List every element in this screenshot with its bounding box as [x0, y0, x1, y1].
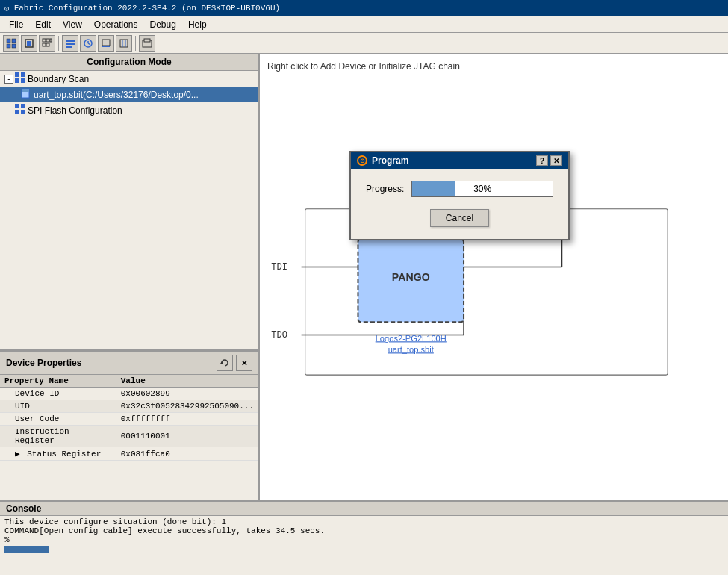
- svg-rect-7: [46, 39, 49, 42]
- svg-rect-32: [15, 110, 19, 114]
- title-text: Fabric Configuration 2022.2-SP4.2 (on DE…: [14, 4, 280, 13]
- tree-item-uart[interactable]: uart_top.sbit(C:/Users/32176/Desktop/0..…: [0, 87, 258, 102]
- props-table: Property Name Value Device ID 0x00602899…: [0, 375, 258, 461]
- svg-rect-5: [27, 41, 31, 46]
- dialog-title-buttons: ? ✕: [536, 155, 562, 166]
- menu-file[interactable]: File: [3, 18, 29, 31]
- menu-bar: File Edit View Operations Debug Help: [0, 16, 728, 33]
- prop-value-instr-reg: 0001110001: [116, 426, 258, 447]
- toolbar-btn-5[interactable]: [80, 35, 96, 52]
- progress-label: Progress:: [366, 184, 404, 194]
- uart-label: uart_top.sbit(C:/Users/32176/Desktop/0..…: [34, 90, 199, 100]
- program-dialog-body: Progress: 30% Cancel: [351, 169, 568, 239]
- boundary-scan-icon: [15, 72, 25, 85]
- prop-value-status-reg: 0x081ffca0: [116, 447, 258, 461]
- device-props-controls: ✕: [217, 355, 252, 371]
- svg-rect-12: [66, 43, 75, 45]
- menu-view[interactable]: View: [57, 18, 88, 31]
- svg-rect-27: [21, 78, 25, 83]
- toolbar-btn-6[interactable]: [98, 35, 114, 52]
- title-bar: ⊙ Fabric Configuration 2022.2-SP4.2 (on …: [0, 0, 728, 16]
- table-row: UID 0x32c3f00528342992505090...: [0, 400, 258, 413]
- cancel-button[interactable]: Cancel: [430, 209, 489, 227]
- table-row: User Code 0xffffffff: [0, 413, 258, 426]
- spi-icon: [15, 104, 25, 116]
- toolbar-btn-7[interactable]: [116, 35, 132, 52]
- program-dialog-title: ⊙ Program ? ✕: [351, 152, 568, 169]
- left-panel: Configuration Mode - Boundary Scan: [0, 54, 260, 500]
- tdi-label: TDI: [271, 262, 287, 273]
- prop-value-uid: 0x32c3f00528342992505090...: [116, 400, 258, 413]
- program-dialog: ⊙ Program ? ✕ Progress: 30%: [349, 151, 570, 240]
- toolbar-btn-8[interactable]: [139, 35, 155, 52]
- program-dialog-title-text: Program: [372, 155, 408, 166]
- dialog-help-button[interactable]: ?: [536, 155, 548, 166]
- cancel-btn-row: Cancel: [366, 209, 553, 227]
- menu-help[interactable]: Help: [182, 18, 213, 31]
- toolbar-btn-4[interactable]: [62, 35, 78, 52]
- menu-operations[interactable]: Operations: [88, 18, 144, 31]
- device-props-header: Device Properties ✕: [0, 351, 258, 375]
- chip-label: PANGO: [392, 271, 430, 283]
- svg-marker-34: [220, 361, 223, 364]
- progress-bar-container: 30%: [411, 181, 553, 197]
- svg-rect-24: [15, 72, 19, 77]
- close-props-button[interactable]: ✕: [236, 355, 252, 371]
- canvas-hint: Right click to Add Device or Initialize …: [267, 61, 460, 72]
- tdo-label: TDO: [271, 330, 287, 341]
- console-prompt: %: [4, 535, 724, 544]
- status-reg-expand[interactable]: ▶: [15, 450, 20, 459]
- svg-rect-2: [7, 44, 10, 48]
- progress-text: 30%: [412, 184, 553, 194]
- svg-line-16: [88, 43, 90, 45]
- device-props-title: Device Properties: [6, 358, 81, 368]
- svg-rect-30: [15, 104, 19, 108]
- svg-rect-13: [66, 46, 72, 48]
- progress-row: Progress: 30%: [366, 181, 553, 197]
- tree-expand-boundary-scan[interactable]: -: [4, 75, 13, 84]
- toolbar: [0, 33, 728, 54]
- menu-edit[interactable]: Edit: [29, 18, 57, 31]
- svg-rect-19: [120, 40, 128, 47]
- toolbar-btn-2[interactable]: [21, 35, 37, 52]
- right-panel[interactable]: Right click to Add Device or Initialize …: [260, 54, 728, 500]
- prop-value-device-id: 0x00602899: [116, 388, 258, 400]
- svg-rect-26: [15, 78, 19, 83]
- upper-area: Configuration Mode - Boundary Scan: [0, 54, 728, 500]
- tree-item-spi[interactable]: SPI Flash Configuration: [0, 102, 258, 118]
- toolbar-sep-2: [135, 36, 136, 51]
- title-icon: ⊙: [4, 4, 10, 13]
- svg-rect-29: [22, 89, 29, 92]
- col-prop-value: Value: [116, 375, 258, 388]
- prop-name-device-id: Device ID: [0, 388, 116, 400]
- config-mode-panel: Configuration Mode - Boundary Scan: [0, 54, 258, 351]
- svg-rect-33: [21, 110, 25, 114]
- svg-rect-23: [144, 39, 150, 42]
- device-file-text: uart_top.sbit: [388, 345, 434, 354]
- spi-label: SPI Flash Configuration: [28, 105, 122, 116]
- toolbar-btn-3[interactable]: [39, 35, 55, 52]
- config-mode-header: Configuration Mode: [0, 54, 258, 71]
- tree-item-boundary-scan[interactable]: - Boundary Scan: [0, 71, 258, 87]
- console-line-1: This device configure situation (done bi…: [4, 518, 724, 526]
- dialog-close-button[interactable]: ✕: [550, 155, 562, 166]
- svg-rect-11: [66, 40, 75, 42]
- device-link-text: Logos2-PG2L100H: [376, 334, 447, 343]
- main-layout: Configuration Mode - Boundary Scan: [0, 54, 728, 575]
- svg-rect-8: [50, 39, 52, 42]
- svg-rect-17: [102, 40, 110, 46]
- prop-name-user-code: User Code: [0, 413, 116, 426]
- svg-rect-3: [12, 44, 16, 48]
- device-props-header-left: Device Properties: [6, 358, 81, 368]
- boundary-scan-label: Boundary Scan: [28, 74, 89, 84]
- jtag-diagram: TDI TDO PANGO Logos2-PG2L100H uart_top.s…: [260, 76, 728, 500]
- menu-debug[interactable]: Debug: [144, 18, 182, 31]
- program-dialog-title-left: ⊙ Program: [357, 155, 408, 166]
- toolbar-btn-1[interactable]: [3, 35, 19, 52]
- toolbar-sep-1: [58, 36, 59, 51]
- console-cursor: [4, 546, 49, 553]
- prop-name-status-reg: ▶ Status Register: [0, 447, 116, 461]
- svg-rect-6: [43, 39, 46, 42]
- table-row: ▶ Status Register 0x081ffca0: [0, 447, 258, 461]
- refresh-button[interactable]: [217, 355, 233, 371]
